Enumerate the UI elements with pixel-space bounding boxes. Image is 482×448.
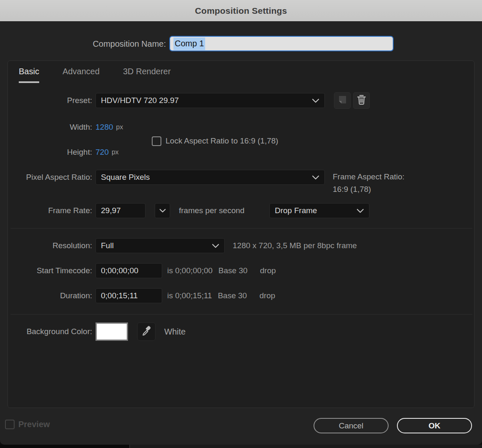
dialog-title: Composition Settings xyxy=(195,6,287,16)
preview-label: Preview xyxy=(18,420,50,429)
width-unit: px xyxy=(116,123,123,131)
resolution-value: Full xyxy=(101,241,114,250)
duration-base: Base 30 xyxy=(218,291,247,300)
resolution-info: 1280 x 720, 3,5 MB per 8bpc frame xyxy=(233,241,357,250)
ok-button[interactable]: OK xyxy=(397,418,472,433)
background-color-swatch[interactable] xyxy=(95,322,128,341)
frame-aspect-ratio-value: 16:9 (1,78) xyxy=(333,183,404,196)
duration-input[interactable]: 0;00;15;11 xyxy=(95,288,162,303)
height-label: Height: xyxy=(8,148,92,157)
divider xyxy=(10,314,472,315)
resolution-label: Resolution: xyxy=(8,241,92,250)
chevron-down-icon xyxy=(356,209,364,213)
drop-frame-dropdown[interactable]: Drop Frame xyxy=(269,203,369,218)
composition-name-input[interactable]: Comp 1 xyxy=(169,36,394,51)
resolution-dropdown[interactable]: Full xyxy=(95,238,225,253)
duration-is: is 0;00;15;11 xyxy=(167,291,212,300)
cancel-button[interactable]: Cancel xyxy=(314,418,389,433)
width-row: Width: 1280 px xyxy=(8,120,474,135)
pixel-aspect-dropdown[interactable]: Square Pixels xyxy=(95,170,325,185)
background-color-name: White xyxy=(164,327,186,337)
eyedropper-button[interactable] xyxy=(137,322,156,341)
chevron-down-icon xyxy=(212,244,219,248)
duration-row: Duration: 0;00;15;11 is 0;00;15;11 Base … xyxy=(8,288,474,303)
lock-aspect-label: Lock Aspect Ratio to 16:9 (1,78) xyxy=(166,136,278,146)
divider xyxy=(10,228,472,229)
drop-frame-value: Drop Frame xyxy=(275,206,317,215)
frame-rate-unit: frames per second xyxy=(179,206,244,215)
height-row: Height: 720 px xyxy=(8,145,474,160)
duration-label: Duration: xyxy=(8,291,92,300)
preset-row: Preset: HDV/HDTV 720 29.97 xyxy=(8,93,474,108)
frame-aspect-ratio-block: Frame Aspect Ratio: 16:9 (1,78) xyxy=(333,171,404,196)
trash-icon xyxy=(356,94,367,107)
chevron-down-icon xyxy=(159,209,166,213)
background-color-row: Background Color: White xyxy=(8,322,474,342)
frame-rate-input[interactable]: 29,97 xyxy=(95,203,146,218)
chevron-down-icon xyxy=(312,175,319,180)
duration-drop: drop xyxy=(259,291,275,300)
composition-name-value: Comp 1 xyxy=(173,38,205,50)
eyedropper-icon xyxy=(141,325,152,338)
start-timecode-drop: drop xyxy=(260,266,276,275)
preview-toggle: Preview xyxy=(5,420,50,429)
width-label: Width: xyxy=(8,123,92,132)
frame-rate-preset-button[interactable] xyxy=(155,203,170,218)
frame-rate-value: 29,97 xyxy=(101,206,121,215)
pixel-aspect-label: Pixel Aspect Ratio: xyxy=(8,173,92,182)
start-timecode-label: Start Timecode: xyxy=(8,266,92,275)
background-app-strip xyxy=(0,445,482,448)
height-unit: px xyxy=(112,148,119,156)
composition-settings-dialog: Composition Settings Composition Name: C… xyxy=(0,0,482,445)
preset-label: Preset: xyxy=(8,96,92,105)
start-timecode-is: is 0;00;00;00 xyxy=(167,266,213,275)
start-timecode-input[interactable]: 0;00;00;00 xyxy=(95,263,162,278)
frame-rate-row: Frame Rate: 29,97 frames per second Drop… xyxy=(8,203,474,218)
save-preset-icon xyxy=(337,95,347,106)
start-timecode-value: 0;00;00;00 xyxy=(101,266,138,275)
delete-preset-button[interactable] xyxy=(353,92,370,109)
resolution-row: Resolution: Full 1280 x 720, 3,5 MB per … xyxy=(8,238,474,253)
settings-panel: Basic Advanced 3D Renderer Preset: HDV/H… xyxy=(8,60,474,408)
tab-3d-renderer[interactable]: 3D Renderer xyxy=(123,67,171,83)
frame-rate-label: Frame Rate: xyxy=(8,206,92,215)
background-app-panel-divider xyxy=(129,445,130,448)
save-preset-button[interactable] xyxy=(334,92,351,109)
start-timecode-row: Start Timecode: 0;00;00;00 is 0;00;00;00… xyxy=(8,263,474,278)
preview-checkbox[interactable] xyxy=(5,420,15,429)
frame-aspect-ratio-label: Frame Aspect Ratio: xyxy=(333,171,404,183)
composition-name-label: Composition Name: xyxy=(0,39,166,49)
height-value[interactable]: 720 xyxy=(95,148,109,157)
start-timecode-base: Base 30 xyxy=(218,266,248,275)
preset-dropdown[interactable]: HDV/HDTV 720 29.97 xyxy=(95,93,325,108)
tab-basic[interactable]: Basic xyxy=(19,67,39,83)
preset-value: HDV/HDTV 720 29.97 xyxy=(101,96,179,105)
tab-bar: Basic Advanced 3D Renderer xyxy=(19,67,171,83)
background-color-label: Background Color: xyxy=(8,327,92,336)
chevron-down-icon xyxy=(312,98,319,103)
composition-name-row: Composition Name: Comp 1 xyxy=(0,36,482,52)
tab-advanced[interactable]: Advanced xyxy=(63,67,100,83)
dialog-titlebar: Composition Settings xyxy=(0,0,482,22)
pixel-aspect-value: Square Pixels xyxy=(101,173,150,182)
width-value[interactable]: 1280 xyxy=(95,123,113,132)
background-app-left-pane xyxy=(0,445,129,448)
duration-value: 0;00;15;11 xyxy=(101,291,138,300)
